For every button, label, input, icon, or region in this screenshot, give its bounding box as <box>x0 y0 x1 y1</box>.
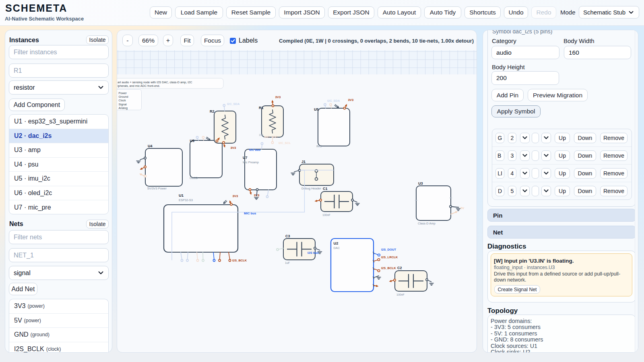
svg-text:3V3: 3V3 <box>348 98 354 102</box>
svg-text:U6: U6 <box>190 139 195 143</box>
svg-text:3V3: 3V3 <box>275 95 281 99</box>
svg-text:I2S_DOUT: I2S_DOUT <box>381 248 396 251</box>
svg-text:Ground: Ground <box>119 95 128 99</box>
svg-text:I2C bus: I2C bus <box>249 148 261 152</box>
svg-text:U7: U7 <box>243 156 248 160</box>
svg-text:DAC: DAC <box>334 246 340 250</box>
svg-text:IMU: IMU <box>316 144 322 148</box>
svg-text:10k: 10k <box>259 134 264 136</box>
svg-text:I2C_SDA: I2C_SDA <box>327 99 340 103</box>
svg-text:Class-D Amp: Class-D Amp <box>418 222 436 225</box>
svg-text:100nF: 100nF <box>396 293 405 296</box>
svg-text:R2: R2 <box>210 109 215 113</box>
svg-text:I2C_SCL: I2C_SCL <box>279 141 291 145</box>
svg-text:I2S_BCLK: I2S_BCLK <box>232 259 247 262</box>
svg-text:Power: Power <box>119 91 127 95</box>
svg-text:I2S_LRCLK: I2S_LRCLK <box>381 255 398 259</box>
svg-text:U2: U2 <box>334 241 339 245</box>
svg-text:Mic Preamp: Mic Preamp <box>243 160 259 164</box>
svg-text:C3: C3 <box>285 234 290 238</box>
svg-text:C1: C1 <box>323 187 328 191</box>
svg-text:ESP32-S3: ESP32-S3 <box>179 198 193 202</box>
svg-text:Signal: Signal <box>119 103 127 106</box>
svg-text:MIC_ADC: MIC_ADC <box>264 135 278 139</box>
svg-text:I2S bus: I2S bus <box>308 251 319 255</box>
svg-text:C2: C2 <box>397 266 402 270</box>
svg-text:100nF: 100nF <box>322 214 330 216</box>
svg-text:U1: U1 <box>179 193 184 197</box>
svg-text:MIC bus: MIC bus <box>244 212 256 215</box>
svg-text:OLED: OLED <box>190 176 198 180</box>
svg-text:R1: R1 <box>259 106 264 110</box>
svg-text:3V3: 3V3 <box>233 194 239 198</box>
svg-text:I2S_BCLK: I2S_BCLK <box>381 266 396 270</box>
svg-text:U5: U5 <box>314 107 319 111</box>
svg-text:1uF: 1uF <box>285 261 290 264</box>
svg-text:Analog: Analog <box>119 106 128 110</box>
svg-text:Clock: Clock <box>119 99 126 102</box>
svg-text:J1: J1 <box>301 160 305 164</box>
svg-text:U3: U3 <box>418 181 423 185</box>
svg-text:5V/3V3 Power: 5V/3V3 Power <box>147 187 167 190</box>
svg-text:3V3: 3V3 <box>231 146 237 150</box>
svg-text:ipherals, and mic ADC front-en: ipherals, and mic ADC front-end. <box>118 84 160 88</box>
svg-text:U4: U4 <box>148 144 153 148</box>
svg-text:5V: 5V <box>460 206 464 210</box>
svg-text:I2C_SDA: I2C_SDA <box>227 102 240 106</box>
